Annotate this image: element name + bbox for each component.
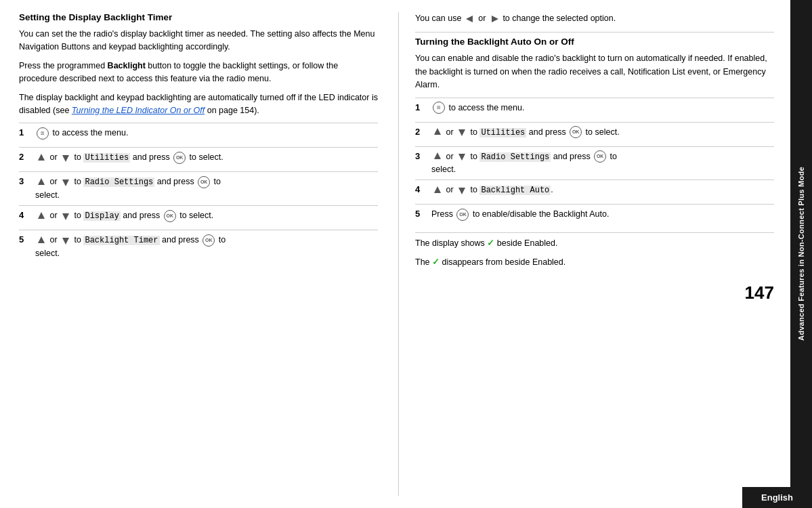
- right-step-num-5: 5: [415, 208, 427, 219]
- left-para3: The display backlight and keypad backlig…: [19, 91, 378, 118]
- svg-marker-12: [434, 152, 441, 159]
- left-para2-before: Press the programmed: [19, 61, 108, 70]
- step2-to: to: [74, 152, 84, 162]
- left-step-4: 4 or to Display and press to select.: [19, 205, 378, 230]
- right-intro: You can use or to change the selected op…: [415, 12, 774, 25]
- right-step-num-3: 3: [415, 150, 427, 161]
- step4-press: and press: [121, 211, 163, 220]
- r5-end: to enable/disable the Backlight Auto.: [470, 209, 609, 219]
- r4-to: to: [471, 185, 480, 194]
- right-step-4: 4 or to Backlight Auto.: [415, 179, 774, 204]
- left-section-title: Setting the Display Backlight Timer: [19, 12, 378, 22]
- arrow-down-r4: [456, 186, 467, 195]
- right-para1: You can enable and disable the radio's b…: [415, 52, 774, 91]
- step-content-4: or to Display and press to select.: [35, 209, 378, 223]
- step-num-2: 2: [19, 151, 31, 162]
- right-intro-text: You can use: [415, 14, 464, 23]
- r4-or: or: [446, 185, 456, 194]
- checkmark-1: ✓: [487, 238, 494, 248]
- step-num-5: 5: [19, 234, 31, 245]
- step3-press: and press: [154, 177, 196, 186]
- svg-marker-14: [434, 186, 441, 193]
- svg-marker-7: [62, 238, 69, 245]
- right-step-content-3: or to Radio Settings and press toselect.: [431, 150, 774, 177]
- left-step-2: 2 or to Utilities and press to select.: [19, 147, 378, 171]
- svg-marker-3: [62, 179, 69, 186]
- right-step-content-1: to access the menu.: [431, 102, 774, 114]
- svg-marker-11: [458, 129, 465, 136]
- english-badge: English: [742, 487, 812, 508]
- step5-code: Backlight Timer: [83, 236, 159, 245]
- r3-or: or: [446, 152, 456, 161]
- arrow-down-r2: [456, 127, 467, 137]
- page-number: 147: [415, 282, 774, 303]
- right-column: You can use or to change the selected op…: [398, 12, 774, 496]
- svg-marker-4: [38, 212, 45, 219]
- led-indicator-link[interactable]: Turning the LED Indicator On or Off: [72, 106, 205, 115]
- svg-marker-0: [38, 154, 45, 161]
- step2-code: Utilities: [83, 153, 130, 163]
- r4-code: Backlight Auto: [479, 186, 551, 195]
- left-step-3: 3 or to Radio Settings and press toselec…: [19, 171, 378, 205]
- arrow-up-2: [36, 153, 47, 163]
- r5-press: Press: [431, 209, 455, 219]
- arrow-up-4: [36, 211, 47, 221]
- svg-marker-6: [38, 236, 45, 243]
- ok-icon-r3: [594, 150, 606, 163]
- menu-icon-1: [37, 127, 49, 140]
- svg-marker-1: [62, 155, 69, 162]
- arrow-up-5: [36, 236, 47, 245]
- r3-press: and press: [551, 152, 593, 161]
- main-content: Setting the Display Backlight Timer You …: [0, 0, 790, 508]
- step3-code: Radio Settings: [83, 177, 154, 187]
- right-step-num-1: 1: [415, 102, 427, 112]
- left-para2-bold: Backlight: [108, 61, 146, 70]
- ok-icon-5: [202, 234, 215, 247]
- arrow-down-5: [60, 236, 71, 245]
- left-column: Setting the Display Backlight Timer You …: [19, 12, 378, 496]
- arrow-left-intro: [465, 14, 475, 24]
- svg-marker-10: [434, 128, 441, 135]
- ok-icon-4: [164, 210, 176, 222]
- right-step-num-2: 2: [415, 126, 427, 137]
- right-step-3: 3 or to Radio Settings and press toselec…: [415, 146, 774, 180]
- step-content-5: or to Backlight Timer and press toselect…: [35, 234, 378, 260]
- step2-end: to select.: [187, 152, 223, 162]
- step-content-1: to access the menu.: [35, 127, 378, 140]
- right-section-title: Turning the Backlight Auto On or Off: [415, 37, 774, 47]
- step3-to: to: [74, 177, 84, 186]
- r4-end: .: [551, 185, 553, 194]
- step4-end: to select.: [177, 211, 214, 220]
- step-num-4: 4: [19, 209, 31, 220]
- r2-code: Utilities: [479, 128, 526, 137]
- step5-or: or: [49, 235, 60, 245]
- svg-marker-15: [458, 188, 465, 194]
- arrow-down-2: [60, 153, 71, 163]
- right-note2: The ✓ disappears from beside Enabled.: [415, 256, 774, 269]
- step-num-3: 3: [19, 175, 31, 186]
- r2-press: and press: [526, 127, 568, 137]
- arrow-right-intro: [489, 14, 500, 24]
- side-tab: Advanced Features in Non-Connect Plus Mo…: [790, 0, 812, 508]
- svg-marker-2: [38, 178, 45, 185]
- step-content-2: or to Utilities and press to select.: [35, 151, 378, 165]
- menu-icon-r1: [433, 102, 445, 114]
- right-step-content-2: or to Utilities and press to select.: [431, 126, 774, 140]
- left-step-5: 5 or to Backlight Timer and press tosele…: [19, 230, 378, 263]
- step-content-3: or to Radio Settings and press toselect.: [35, 175, 378, 202]
- right-note1-post: beside Enabled.: [494, 238, 557, 248]
- r2-end: to select.: [583, 127, 620, 137]
- arrow-up-r3: [432, 152, 443, 161]
- step2-or: or: [49, 152, 60, 162]
- side-tab-text: Advanced Features in Non-Connect Plus Mo…: [797, 167, 805, 341]
- right-step-num-4: 4: [415, 184, 427, 194]
- svg-marker-5: [62, 213, 69, 220]
- ok-icon-r2: [570, 126, 582, 138]
- right-note1: The display shows ✓ beside Enabled.: [415, 237, 774, 250]
- right-step1-text: to access the menu.: [448, 103, 524, 112]
- right-divider-bottom: [415, 232, 774, 233]
- left-para1: You can set the the radio's display back…: [19, 28, 378, 54]
- step1-text: to access the menu.: [52, 128, 128, 137]
- right-note2-pre: The: [415, 257, 432, 267]
- arrow-up-r2: [432, 127, 443, 137]
